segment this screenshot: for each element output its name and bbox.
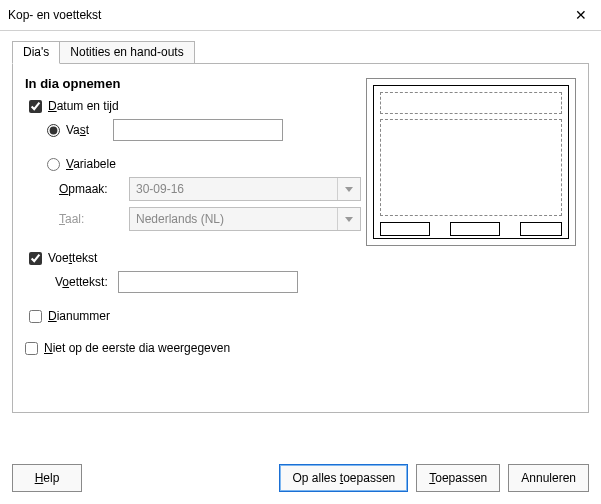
button-row: Help Op alles toepassen Toepassen Annule… [0,464,601,492]
label-format: Opmaak: [59,182,129,196]
preview-slide [373,85,569,239]
label-language: Taal: [59,212,129,226]
preview-footer-number [520,222,562,236]
chevron-down-icon [337,208,360,230]
combo-language: Nederlands (NL) [129,207,361,231]
checkbox-date-time[interactable] [29,100,42,113]
titlebar: Kop- en voettekst ✕ [0,0,601,31]
input-fixed-date[interactable] [113,119,283,141]
combo-language-value: Nederlands (NL) [136,212,224,226]
preview-title-placeholder [380,92,562,114]
label-slide-number: Dianummer [48,309,110,323]
combo-format-value: 30-09-16 [136,182,184,196]
preview-pane [366,78,576,246]
tabstrip: Dia's Notities en hand-outs [12,41,589,63]
tab-slides[interactable]: Dia's [12,41,60,64]
checkbox-not-first-slide[interactable] [25,342,38,355]
chevron-down-icon [337,178,360,200]
apply-all-button[interactable]: Op alles toepassen [279,464,408,492]
tabpage-slides: In dia opnemen Datum en tijd Vast Variab… [12,63,589,413]
preview-footer-text [450,222,500,236]
radio-fixed[interactable] [47,124,60,137]
window-title: Kop- en voettekst [8,8,561,22]
close-icon: ✕ [575,7,587,23]
radio-variable[interactable] [47,158,60,171]
label-footer-checkbox: Voettekst [48,251,97,265]
cancel-button[interactable]: Annuleren [508,464,589,492]
apply-button[interactable]: Toepassen [416,464,500,492]
label-date-time: Datum en tijd [48,99,119,113]
input-footer[interactable] [118,271,298,293]
preview-footer-date [380,222,430,236]
label-not-first-slide: Niet op de eerste dia weergegeven [44,341,230,355]
close-button[interactable]: ✕ [561,0,601,30]
label-footer-field: Voettekst: [55,275,108,289]
label-fixed: Vast [66,123,89,137]
preview-body-placeholder [380,119,562,216]
combo-format: 30-09-16 [129,177,361,201]
checkbox-slide-number[interactable] [29,310,42,323]
help-button[interactable]: Help [12,464,82,492]
tab-notes-handouts[interactable]: Notities en hand-outs [59,41,194,63]
label-variable: Variabele [66,157,116,171]
checkbox-footer[interactable] [29,252,42,265]
